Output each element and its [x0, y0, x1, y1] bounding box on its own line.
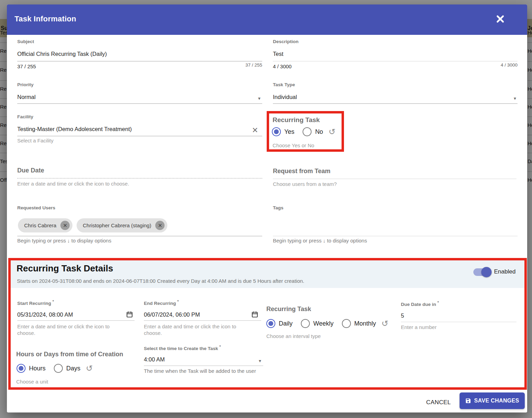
- unit-undo-icon[interactable]: ↺: [86, 364, 93, 372]
- facility-label: Facility: [17, 114, 33, 119]
- end-recurring-hint-2: choose.: [144, 330, 162, 336]
- facility-hint: Select a Facility: [17, 138, 53, 143]
- interval-daily-label: Daily: [279, 320, 293, 327]
- recurring-details-summary: Starts on 2024-05-31T08:00 and ends on 2…: [17, 278, 304, 284]
- tags-underline: [273, 236, 518, 236]
- task-type-label: Task Type: [273, 82, 295, 87]
- recurring-yes-label: Yes: [284, 128, 294, 136]
- create-time-hint: The time when the Task will be added to …: [144, 368, 256, 374]
- description-input[interactable]: Test: [273, 51, 283, 57]
- interval-monthly-label: Monthly: [354, 320, 376, 327]
- task-type-select[interactable]: Individual: [273, 94, 297, 100]
- start-recurring-hint-2: choose.: [17, 330, 36, 336]
- requested-users-underline: [17, 236, 262, 236]
- requested-users-input[interactable]: Begin typing or press ↓ to display optio…: [17, 238, 111, 243]
- chip-remove-icon[interactable]: ✕: [60, 221, 70, 230]
- recurring-yesno-undo-icon[interactable]: ↺: [328, 128, 335, 136]
- priority-underline: [17, 103, 262, 104]
- chip-text: Chris Cabrera: [24, 222, 56, 228]
- priority-select[interactable]: Normal: [17, 94, 36, 100]
- end-recurring-input[interactable]: 06/07/2024, 06:00 PM: [144, 311, 200, 318]
- request-from-team-heading: Request from Team: [273, 168, 331, 175]
- recurring-yesno-hint: Choose Yes or No: [273, 142, 314, 148]
- requested-user-chip: Chris Cabrera ✕: [18, 218, 72, 232]
- due-in-underline: [401, 322, 516, 322]
- recurring-yes-radio[interactable]: [272, 127, 281, 136]
- request-from-team-underline: [273, 179, 516, 179]
- end-recurring-hint-1: Enter a date and time or click the icon …: [144, 324, 236, 329]
- due-date-heading: Due Date: [17, 167, 44, 174]
- create-time-label: Select the time to Create the Task *: [144, 345, 221, 351]
- due-date-underline[interactable]: [17, 178, 262, 179]
- tags-label: Tags: [273, 205, 284, 210]
- facility-underline: [17, 136, 262, 136]
- end-recurring-underline: [144, 320, 261, 321]
- start-recurring-label: Start Recurring *: [17, 299, 54, 306]
- subject-counter: 37 / 255: [17, 63, 36, 69]
- toggle-knob: [481, 267, 492, 277]
- description-label: Description: [273, 39, 298, 44]
- priority-label: Priority: [17, 82, 33, 87]
- close-button[interactable]: [493, 12, 507, 26]
- recurring-no-radio[interactable]: [303, 127, 312, 136]
- end-recurring-calendar-icon[interactable]: [251, 311, 258, 319]
- start-recurring-hint-1: Enter a date and time or click the icon …: [17, 324, 110, 329]
- interval-weekly-label: Weekly: [313, 320, 334, 327]
- subject-counter-right: 37 / 255: [217, 62, 262, 68]
- facility-input[interactable]: Testing-Master (Demo Adolescent Treatmen…: [17, 126, 132, 132]
- interval-hint: Choose an interval type: [266, 333, 321, 339]
- interval-undo-icon[interactable]: ↺: [382, 319, 388, 328]
- description-counter: 4 / 3000: [273, 63, 292, 69]
- unit-days-label: Days: [66, 365, 80, 372]
- create-time-select[interactable]: 4:00 AM: [144, 356, 165, 363]
- interval-monthly-radio[interactable]: [342, 319, 351, 328]
- recurring-details-title: Recurring Task Details: [17, 263, 113, 274]
- interval-daily-radio[interactable]: [266, 319, 275, 328]
- request-from-team-input[interactable]: Choose users from a team?: [273, 181, 337, 187]
- cancel-button[interactable]: CANCEL: [420, 396, 457, 409]
- unit-heading: Hours or Days from time of Creation: [16, 351, 123, 358]
- subject-label: Subject: [17, 39, 34, 44]
- interval-weekly-radio[interactable]: [301, 319, 310, 328]
- chip-remove-icon[interactable]: ✕: [155, 221, 165, 230]
- unit-hours-label: Hours: [29, 365, 46, 372]
- tags-input[interactable]: Begin typing or press ↓ to display optio…: [273, 238, 367, 243]
- start-recurring-underline: [17, 320, 135, 321]
- subject-underline: [17, 61, 262, 61]
- recurring-yesno-heading: Recurring Task: [273, 116, 320, 124]
- unit-hint: Choose a unit: [16, 379, 48, 385]
- priority-dropdown-icon[interactable]: ▾: [258, 96, 260, 101]
- task-type-dropdown-icon[interactable]: ▾: [514, 96, 516, 101]
- interval-heading: Recurring Task: [266, 306, 311, 313]
- task-information-dialog: Task Information Subject Official Chris …: [7, 4, 527, 412]
- task-type-underline: [273, 103, 518, 104]
- save-changes-button[interactable]: SAVE CHANGES: [460, 392, 525, 409]
- create-time-underline: [144, 366, 263, 366]
- start-recurring-input[interactable]: 05/31/2024, 08:00 AM: [17, 311, 73, 318]
- save-icon: [465, 398, 471, 404]
- end-recurring-label: End Recurring *: [144, 299, 179, 306]
- toggle-label: Enabled: [494, 268, 515, 275]
- start-recurring-calendar-icon[interactable]: [126, 311, 133, 319]
- due-in-label: Due Date due in *: [401, 300, 439, 307]
- screen: Su Jo TesReReReReReReTesOff HoHoHoHoHoHo…: [0, 0, 532, 418]
- due-in-input[interactable]: 5: [401, 312, 404, 319]
- unit-days-radio[interactable]: [54, 364, 63, 373]
- description-counter-right: 4 / 3000: [473, 62, 518, 68]
- close-icon: [495, 13, 506, 24]
- recurring-no-label: No: [315, 128, 323, 136]
- requested-user-chip: Christopher Cabrera (staging) ✕: [77, 218, 167, 232]
- save-button-label: SAVE CHANGES: [474, 398, 519, 404]
- dialog-title: Task Information: [14, 14, 76, 23]
- description-underline: [273, 61, 518, 61]
- due-date-hint: Enter a date and time or click the icon …: [17, 181, 129, 187]
- chip-text: Christopher Cabrera (staging): [83, 222, 151, 228]
- subject-input[interactable]: Official Chris Recurring Task (Daily): [17, 51, 107, 57]
- due-in-hint: Enter a number: [401, 324, 436, 330]
- requested-users-label: Requested Users: [17, 205, 55, 210]
- facility-clear-icon[interactable]: ✕: [252, 127, 258, 134]
- recurring-enabled-toggle[interactable]: [473, 268, 489, 276]
- unit-hours-radio[interactable]: [17, 364, 26, 373]
- create-time-dropdown-icon[interactable]: ▾: [259, 358, 261, 364]
- dialog-header: Task Information: [7, 4, 527, 35]
